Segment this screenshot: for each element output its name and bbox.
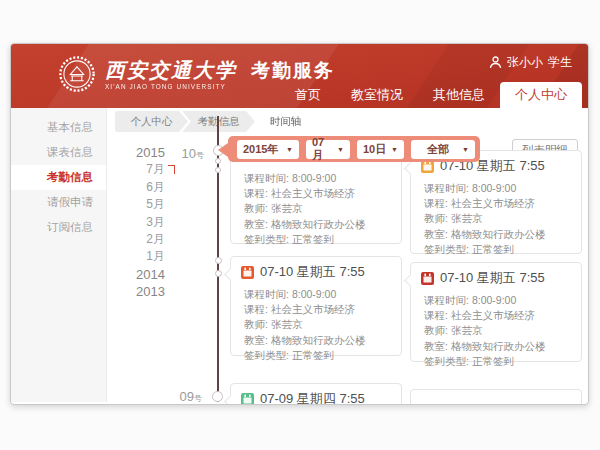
attendance-card[interactable]: 07-09 星期四 7:55	[230, 383, 402, 405]
screenshot-canvas: 西安交通大学 XI'AN JIAO TONG UNIVERSITY 考勤服务 张…	[0, 0, 600, 450]
attendance-status-calendar-icon	[421, 272, 434, 285]
caret-down-icon: ▼	[462, 146, 469, 153]
university-emblem-icon	[58, 55, 96, 93]
timeline-node-small	[215, 270, 222, 277]
caret-down-icon: ▼	[286, 146, 293, 153]
attendance-card[interactable]: 07-10 星期五 7:55 课程时间:8:00-9:00 课程:社会主义市场经…	[410, 262, 582, 362]
sidebar-item-basic-info[interactable]: 基本信息	[11, 115, 106, 140]
caret-down-icon: ▼	[337, 146, 344, 153]
date-nav-month-3[interactable]: 3月	[111, 214, 165, 231]
nav-tab-classrooms[interactable]: 教室情况	[336, 82, 418, 108]
timeline-node-small	[215, 257, 222, 264]
date-nav-month-2[interactable]: 2月	[111, 231, 165, 248]
app-window: 西安交通大学 XI'AN JIAO TONG UNIVERSITY 考勤服务 张…	[10, 43, 589, 405]
month-dropdown[interactable]: 07月 ▼	[306, 140, 350, 159]
date-nav-month-7[interactable]: 7月	[111, 161, 165, 178]
year-dropdown[interactable]: 2015年 ▼	[237, 140, 299, 159]
breadcrumb-timeline[interactable]: 时间轴	[249, 111, 322, 132]
date-nav-month-6[interactable]: 6月	[111, 179, 165, 196]
nav-tab-personal-center[interactable]: 个人中心	[500, 82, 582, 108]
type-dropdown[interactable]: 全部 ▼	[411, 140, 475, 159]
person-icon	[489, 56, 502, 69]
sidebar: 基本信息 课表信息 考勤信息 请假申请 订阅信息	[11, 108, 107, 402]
caret-down-icon: ▼	[391, 146, 398, 153]
user-role: 学生	[548, 54, 572, 71]
date-nav-month-5[interactable]: 5月	[111, 196, 165, 213]
university-name: 西安交通大学 XI'AN JIAO TONG UNIVERSITY	[105, 59, 237, 90]
main-nav: 首页 教室情况 其他信息 个人中心	[280, 82, 582, 108]
current-month-marker	[168, 165, 175, 174]
attendance-card-partial	[410, 389, 582, 405]
university-name-en: XI'AN JIAO TONG UNIVERSITY	[105, 83, 237, 90]
attendance-status-calendar-icon	[241, 266, 254, 279]
nav-tab-home[interactable]: 首页	[280, 82, 336, 108]
user-info[interactable]: 张小小 学生	[489, 54, 572, 71]
breadcrumb-personal-center[interactable]: 个人中心	[115, 111, 188, 132]
day-marker-09: 09号	[169, 389, 202, 404]
filter-bubble-notch	[218, 143, 228, 157]
date-nav-month-1[interactable]: 1月	[111, 248, 165, 265]
filter-bubble: 2015年 ▼ 07月 ▼ 10日 ▼ 全部 ▼	[228, 136, 480, 162]
breadcrumb-ghost	[316, 111, 378, 132]
sidebar-item-leave-request[interactable]: 请假申请	[11, 190, 106, 215]
date-nav: 2015 7月 6月 5月 3月 2月 1月 2014 2013	[111, 144, 165, 301]
card-date: 07-10 星期五 7:55	[440, 269, 545, 287]
timeline-node-small	[215, 158, 221, 164]
attendance-card[interactable]: 07-10 星期五 7:55 课程时间:8:00-9:00 课程:社会主义市场经…	[410, 150, 582, 254]
day-marker-10: 10号	[171, 146, 204, 161]
timeline-node-small	[215, 167, 221, 173]
user-name: 张小小	[507, 54, 543, 71]
card-date: 07-10 星期五 7:55	[260, 263, 365, 281]
attendance-card[interactable]: 07-10 星期五 7:55 课程时间:8:00-9:00 课程:社会主义市场经…	[230, 256, 402, 356]
sidebar-item-attendance-info[interactable]: 考勤信息	[11, 165, 106, 190]
app-header: 西安交通大学 XI'AN JIAO TONG UNIVERSITY 考勤服务 张…	[11, 44, 588, 108]
day-dropdown[interactable]: 10日 ▼	[357, 140, 404, 159]
sidebar-item-schedule-info[interactable]: 课表信息	[11, 140, 106, 165]
attendance-status-calendar-icon	[241, 393, 254, 406]
breadcrumb: 个人中心 考勤信息 时间轴	[115, 111, 378, 132]
date-nav-year-2015[interactable]: 2015	[111, 144, 165, 161]
sidebar-item-subscription-info[interactable]: 订阅信息	[11, 215, 106, 240]
nav-tab-other-info[interactable]: 其他信息	[418, 82, 500, 108]
date-nav-year-2013[interactable]: 2013	[111, 283, 165, 300]
university-name-cn: 西安交通大学	[105, 59, 237, 81]
timeline-node-large	[212, 391, 223, 402]
card-date: 07-09 星期四 7:55	[260, 390, 365, 405]
date-nav-year-2014[interactable]: 2014	[111, 266, 165, 283]
